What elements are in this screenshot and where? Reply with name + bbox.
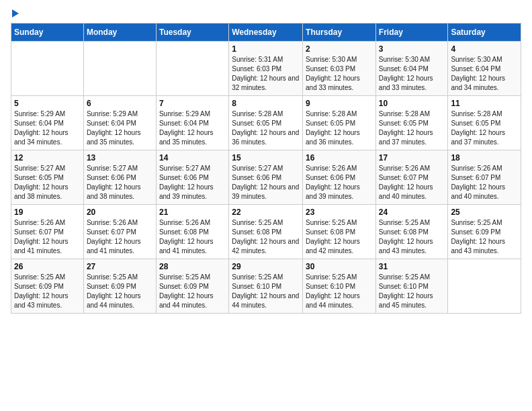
day-number: 15 xyxy=(232,153,300,163)
calendar-cell: 30Sunrise: 5:25 AMSunset: 6:10 PMDayligh… xyxy=(303,259,376,314)
day-info: Sunrise: 5:29 AMSunset: 6:04 PMDaylight:… xyxy=(14,109,81,147)
calendar-cell: 16Sunrise: 5:26 AMSunset: 6:06 PMDayligh… xyxy=(303,150,376,205)
day-info: Sunrise: 5:26 AMSunset: 6:07 PMDaylight:… xyxy=(87,218,153,256)
calendar-cell xyxy=(11,42,84,96)
calendar-cell: 24Sunrise: 5:25 AMSunset: 6:08 PMDayligh… xyxy=(375,205,448,259)
calendar-cell xyxy=(448,259,521,314)
day-info: Sunrise: 5:27 AMSunset: 6:06 PMDaylight:… xyxy=(159,164,226,201)
day-number: 14 xyxy=(159,153,226,163)
calendar-cell: 13Sunrise: 5:27 AMSunset: 6:06 PMDayligh… xyxy=(83,150,156,205)
calendar-cell xyxy=(156,42,228,96)
calendar-cell: 10Sunrise: 5:28 AMSunset: 6:05 PMDayligh… xyxy=(375,96,448,150)
day-info: Sunrise: 5:26 AMSunset: 6:07 PMDaylight:… xyxy=(451,164,518,201)
calendar-cell: 6Sunrise: 5:29 AMSunset: 6:04 PMDaylight… xyxy=(83,96,156,150)
day-info: Sunrise: 5:30 AMSunset: 6:04 PMDaylight:… xyxy=(451,55,518,93)
calendar-cell: 7Sunrise: 5:29 AMSunset: 6:04 PMDaylight… xyxy=(156,96,228,150)
calendar-cell: 5Sunrise: 5:29 AMSunset: 6:04 PMDaylight… xyxy=(11,96,84,150)
calendar-cell: 21Sunrise: 5:26 AMSunset: 6:08 PMDayligh… xyxy=(156,205,228,259)
day-number: 16 xyxy=(306,153,373,163)
day-info: Sunrise: 5:30 AMSunset: 6:03 PMDaylight:… xyxy=(306,55,373,93)
day-info: Sunrise: 5:25 AMSunset: 6:08 PMDaylight:… xyxy=(232,218,300,256)
day-number: 19 xyxy=(14,208,81,217)
logo xyxy=(11,11,19,17)
day-number: 18 xyxy=(451,153,518,163)
day-number: 31 xyxy=(379,262,445,271)
logo-arrow-icon xyxy=(12,9,19,17)
day-info: Sunrise: 5:27 AMSunset: 6:06 PMDaylight:… xyxy=(232,164,300,201)
page-header xyxy=(11,11,521,17)
day-info: Sunrise: 5:25 AMSunset: 6:09 PMDaylight:… xyxy=(14,273,81,310)
calendar-week-row: 12Sunrise: 5:27 AMSunset: 6:05 PMDayligh… xyxy=(11,150,521,205)
calendar-cell: 9Sunrise: 5:28 AMSunset: 6:05 PMDaylight… xyxy=(303,96,376,150)
col-header-thursday: Thursday xyxy=(303,24,376,42)
day-number: 27 xyxy=(87,262,153,271)
day-info: Sunrise: 5:25 AMSunset: 6:10 PMDaylight:… xyxy=(232,273,300,310)
day-info: Sunrise: 5:25 AMSunset: 6:08 PMDaylight:… xyxy=(379,218,445,256)
day-number: 8 xyxy=(232,99,300,108)
calendar-cell: 17Sunrise: 5:26 AMSunset: 6:07 PMDayligh… xyxy=(375,150,448,205)
calendar-cell: 31Sunrise: 5:25 AMSunset: 6:10 PMDayligh… xyxy=(375,259,448,314)
day-info: Sunrise: 5:25 AMSunset: 6:10 PMDaylight:… xyxy=(379,273,445,310)
day-info: Sunrise: 5:28 AMSunset: 6:05 PMDaylight:… xyxy=(232,109,300,147)
day-info: Sunrise: 5:30 AMSunset: 6:04 PMDaylight:… xyxy=(379,55,445,93)
day-info: Sunrise: 5:26 AMSunset: 6:07 PMDaylight:… xyxy=(14,218,81,256)
day-info: Sunrise: 5:28 AMSunset: 6:05 PMDaylight:… xyxy=(306,109,373,147)
calendar-header-row: SundayMondayTuesdayWednesdayThursdayFrid… xyxy=(11,24,521,42)
day-number: 25 xyxy=(451,208,518,217)
day-info: Sunrise: 5:31 AMSunset: 6:03 PMDaylight:… xyxy=(232,55,300,93)
day-info: Sunrise: 5:26 AMSunset: 6:06 PMDaylight:… xyxy=(306,164,373,201)
calendar-cell: 23Sunrise: 5:25 AMSunset: 6:08 PMDayligh… xyxy=(303,205,376,259)
day-number: 1 xyxy=(232,44,300,54)
calendar-week-row: 19Sunrise: 5:26 AMSunset: 6:07 PMDayligh… xyxy=(11,205,521,259)
calendar-cell: 1Sunrise: 5:31 AMSunset: 6:03 PMDaylight… xyxy=(229,42,303,96)
day-number: 17 xyxy=(379,153,445,163)
day-number: 22 xyxy=(232,208,300,217)
day-number: 20 xyxy=(87,208,153,217)
day-info: Sunrise: 5:28 AMSunset: 6:05 PMDaylight:… xyxy=(451,109,518,147)
col-header-saturday: Saturday xyxy=(448,24,521,42)
day-number: 9 xyxy=(306,99,373,108)
col-header-sunday: Sunday xyxy=(11,24,84,42)
calendar-cell: 15Sunrise: 5:27 AMSunset: 6:06 PMDayligh… xyxy=(229,150,303,205)
day-info: Sunrise: 5:25 AMSunset: 6:08 PMDaylight:… xyxy=(306,218,373,256)
day-number: 3 xyxy=(379,44,445,54)
calendar-cell: 11Sunrise: 5:28 AMSunset: 6:05 PMDayligh… xyxy=(448,96,521,150)
day-info: Sunrise: 5:27 AMSunset: 6:05 PMDaylight:… xyxy=(14,164,81,201)
calendar-cell: 4Sunrise: 5:30 AMSunset: 6:04 PMDaylight… xyxy=(448,42,521,96)
calendar-cell: 8Sunrise: 5:28 AMSunset: 6:05 PMDaylight… xyxy=(229,96,303,150)
col-header-friday: Friday xyxy=(375,24,448,42)
day-number: 2 xyxy=(306,44,373,54)
calendar-table: SundayMondayTuesdayWednesdayThursdayFrid… xyxy=(11,23,521,314)
day-number: 30 xyxy=(306,262,373,271)
col-header-tuesday: Tuesday xyxy=(156,24,228,42)
day-number: 13 xyxy=(87,153,153,163)
calendar-cell: 20Sunrise: 5:26 AMSunset: 6:07 PMDayligh… xyxy=(83,205,156,259)
calendar-cell: 14Sunrise: 5:27 AMSunset: 6:06 PMDayligh… xyxy=(156,150,228,205)
calendar-week-row: 1Sunrise: 5:31 AMSunset: 6:03 PMDaylight… xyxy=(11,42,521,96)
day-number: 21 xyxy=(159,208,226,217)
calendar-week-row: 5Sunrise: 5:29 AMSunset: 6:04 PMDaylight… xyxy=(11,96,521,150)
col-header-monday: Monday xyxy=(83,24,156,42)
day-number: 24 xyxy=(379,208,445,217)
day-info: Sunrise: 5:25 AMSunset: 6:09 PMDaylight:… xyxy=(451,218,518,256)
day-info: Sunrise: 5:26 AMSunset: 6:07 PMDaylight:… xyxy=(379,164,445,201)
calendar-cell: 18Sunrise: 5:26 AMSunset: 6:07 PMDayligh… xyxy=(448,150,521,205)
day-info: Sunrise: 5:25 AMSunset: 6:09 PMDaylight:… xyxy=(159,273,226,310)
day-number: 11 xyxy=(451,99,518,108)
day-number: 23 xyxy=(306,208,373,217)
calendar-cell: 19Sunrise: 5:26 AMSunset: 6:07 PMDayligh… xyxy=(11,205,84,259)
calendar-cell: 29Sunrise: 5:25 AMSunset: 6:10 PMDayligh… xyxy=(229,259,303,314)
day-number: 12 xyxy=(14,153,81,163)
day-number: 10 xyxy=(379,99,445,108)
day-info: Sunrise: 5:29 AMSunset: 6:04 PMDaylight:… xyxy=(87,109,153,147)
day-info: Sunrise: 5:25 AMSunset: 6:10 PMDaylight:… xyxy=(306,273,373,310)
day-info: Sunrise: 5:27 AMSunset: 6:06 PMDaylight:… xyxy=(87,164,153,201)
calendar-cell: 2Sunrise: 5:30 AMSunset: 6:03 PMDaylight… xyxy=(303,42,376,96)
calendar-cell: 3Sunrise: 5:30 AMSunset: 6:04 PMDaylight… xyxy=(375,42,448,96)
calendar-cell: 27Sunrise: 5:25 AMSunset: 6:09 PMDayligh… xyxy=(83,259,156,314)
day-number: 26 xyxy=(14,262,81,271)
day-number: 5 xyxy=(14,99,81,108)
calendar-cell xyxy=(83,42,156,96)
day-number: 29 xyxy=(232,262,300,271)
day-info: Sunrise: 5:25 AMSunset: 6:09 PMDaylight:… xyxy=(87,273,153,310)
